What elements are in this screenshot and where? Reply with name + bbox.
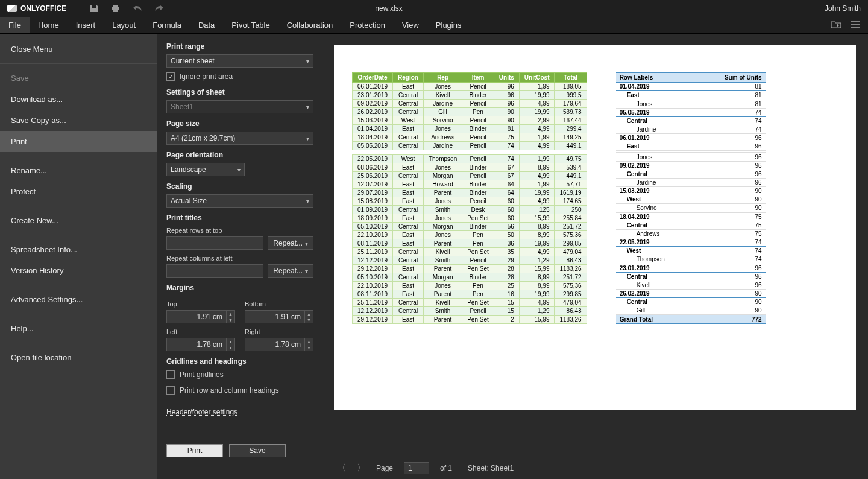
close-menu[interactable]: Close Menu	[0, 39, 157, 60]
tab-collaboration[interactable]: Collaboration	[278, 17, 342, 33]
tab-layout[interactable]: Layout	[104, 17, 144, 33]
undo-icon[interactable]	[133, 4, 142, 13]
print-icon[interactable]	[111, 4, 121, 13]
ignore-print-area-label: Ignore print area	[180, 72, 233, 81]
page-orientation-select[interactable]: Landscape▾	[166, 163, 245, 176]
page-number-input[interactable]	[404, 462, 429, 474]
print-range-select[interactable]: Current sheet▾	[166, 54, 313, 68]
margin-right-input[interactable]	[245, 338, 305, 351]
spin-down[interactable]: ▼	[305, 344, 313, 351]
hamburger-icon[interactable]	[851, 21, 860, 30]
spin-down[interactable]: ▼	[227, 317, 234, 323]
file-menu-help[interactable]: Help...	[0, 318, 157, 339]
spin-up[interactable]: ▲	[305, 338, 313, 344]
ignore-print-area-checkbox[interactable]: ✓	[166, 72, 175, 81]
chevron-down-icon: ▾	[237, 167, 241, 173]
margin-top-label: Top	[166, 300, 235, 308]
chevron-down-icon: ▾	[306, 135, 309, 142]
tab-home[interactable]: Home	[30, 17, 68, 33]
print-button[interactable]: Print	[166, 444, 223, 457]
page-of-label: of 1	[440, 464, 452, 472]
tab-formula[interactable]: Formula	[144, 17, 190, 33]
file-menu-print[interactable]: Print	[0, 131, 157, 152]
print-settings: Print range Current sheet▾ ✓ Ignore prin…	[157, 34, 323, 479]
file-menu-advanced-settings[interactable]: Advanced Settings...	[0, 289, 157, 310]
username: John Smith	[825, 4, 861, 13]
preview-footer: 〈 〉 Page of 1 Sheet: Sheet1	[334, 456, 857, 474]
spin-up[interactable]: ▲	[227, 338, 234, 344]
margin-bottom-label: Bottom	[245, 300, 313, 308]
repeat-rows-input[interactable]	[166, 236, 263, 250]
save-button[interactable]: Save	[229, 444, 286, 457]
margin-left-input[interactable]	[166, 338, 227, 351]
spin-up[interactable]: ▲	[305, 311, 313, 317]
file-menu-save: Save	[0, 68, 157, 89]
print-headings-checkbox[interactable]	[166, 386, 175, 395]
chevron-down-icon: ▾	[306, 58, 309, 65]
settings-of-sheet-label: Settings of sheet	[166, 88, 313, 97]
tab-data[interactable]: Data	[190, 17, 223, 33]
app-logo: ONLYOFFICE	[7, 4, 66, 13]
print-headings-label: Print row and column headings	[180, 386, 279, 395]
page-size-select[interactable]: A4 (21cm x 29.7cm)▾	[166, 132, 313, 145]
tab-pivot-table[interactable]: Pivot Table	[223, 17, 278, 33]
tab-protection[interactable]: Protection	[341, 17, 394, 33]
margins-label: Margins	[166, 284, 313, 292]
header-footer-link[interactable]: Header/footer settings	[166, 408, 237, 416]
tab-plugins[interactable]: Plugins	[427, 17, 470, 33]
print-range-label: Print range	[166, 42, 313, 51]
file-menu: Close Menu SaveDownload as...Save Copy a…	[0, 34, 157, 479]
spin-down[interactable]: ▼	[227, 344, 234, 351]
print-gridlines-label: Print gridlines	[180, 370, 224, 379]
main-area: Close Menu SaveDownload as...Save Copy a…	[0, 34, 868, 479]
margin-bottom-input[interactable]	[245, 310, 305, 323]
titlebar: ONLYOFFICE new.xlsx John Smith	[0, 0, 868, 17]
preview-scroll[interactable]: OrderDateRegionRepItemUnitsUnitCostTotal…	[334, 45, 857, 456]
repeat-rows-label: Repeat rows at top	[166, 227, 313, 234]
file-menu-rename[interactable]: Rename...	[0, 160, 157, 181]
spin-up[interactable]: ▲	[227, 311, 234, 317]
filename: new.xlsx	[375, 4, 402, 13]
page-size-label: Page size	[166, 119, 313, 128]
margin-left-label: Left	[166, 328, 235, 335]
tab-file[interactable]: File	[0, 17, 30, 33]
spin-down[interactable]: ▼	[305, 317, 313, 323]
file-menu-save-copy-as[interactable]: Save Copy as...	[0, 110, 157, 131]
tab-view[interactable]: View	[394, 17, 427, 33]
repeat-cols-input[interactable]	[166, 264, 263, 278]
file-menu-version-history[interactable]: Version History	[0, 260, 157, 281]
logo-icon	[7, 5, 17, 12]
prev-page-icon[interactable]: 〈	[338, 463, 346, 474]
sheet-select: Sheet1▾	[166, 100, 313, 113]
gridlines-headings-label: Gridlines and headings	[166, 357, 313, 366]
repeat-cols-button[interactable]: Repeat...▾	[268, 264, 313, 278]
margin-right-label: Right	[245, 328, 313, 335]
print-titles-label: Print titles	[166, 214, 313, 222]
file-menu-spreadsheet-info[interactable]: Spreadsheet Info...	[0, 239, 157, 260]
scaling-label: Scaling	[166, 182, 313, 191]
file-menu-open-file-location[interactable]: Open file location	[0, 347, 157, 368]
file-menu-protect[interactable]: Protect	[0, 181, 157, 202]
repeat-rows-button[interactable]: Repeat...▾	[268, 236, 313, 250]
preview-page: OrderDateRegionRepItemUnitsUnitCostTotal…	[334, 45, 856, 410]
next-page-icon[interactable]: 〉	[357, 463, 365, 474]
open-location-icon[interactable]	[831, 20, 841, 30]
page-orientation-label: Page orientation	[166, 151, 313, 159]
scaling-select[interactable]: Actual Size▾	[166, 194, 313, 208]
data-table: OrderDateRegionRepItemUnitsUnitCostTotal…	[352, 72, 587, 324]
preview-pane: OrderDateRegionRepItemUnitsUnitCostTotal…	[323, 34, 868, 479]
print-gridlines-checkbox[interactable]	[166, 370, 175, 379]
page-label: Page	[376, 464, 393, 472]
save-icon[interactable]	[89, 4, 99, 13]
repeat-cols-label: Repeat columns at left	[166, 255, 313, 262]
file-menu-download-as[interactable]: Download as...	[0, 89, 157, 110]
margin-top-input[interactable]	[166, 310, 227, 323]
chevron-down-icon: ▾	[306, 198, 309, 205]
menubar: FileHomeInsertLayoutFormulaDataPivot Tab…	[0, 17, 868, 34]
redo-icon[interactable]	[154, 4, 164, 13]
sheet-label: Sheet: Sheet1	[468, 464, 514, 472]
file-menu-create-new[interactable]: Create New...	[0, 210, 157, 231]
pivot-table: Row LabelsSum of Units01.04.201981East81…	[616, 72, 766, 324]
tab-insert[interactable]: Insert	[68, 17, 104, 33]
